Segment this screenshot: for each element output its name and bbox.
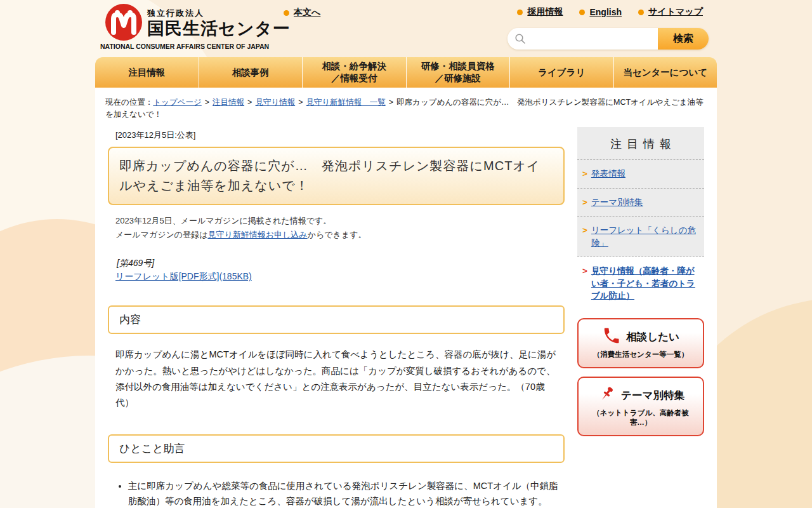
utility-link-recruit[interactable]: 採用情報 (517, 6, 563, 18)
breadcrumb-separator: > (389, 98, 393, 107)
nav-item-training[interactable]: 研修・相談員資格 ／研修施設 (407, 57, 511, 88)
logo-text: 独立行政法人 国民生活センター (147, 4, 291, 39)
phone-icon (602, 326, 621, 348)
bullet-icon (517, 10, 523, 15)
advice-list: 主に即席カップめんや総菜等の食品に使用されている発泡ポリスチレン製容器に、MCT… (108, 478, 565, 508)
global-nav: 注目情報 相談事例 相談・紛争解決 ／情報受付 研修・相談員資格 ／研修施設 ラ… (95, 57, 717, 88)
breadcrumb-prefix: 現在の位置： (105, 98, 153, 107)
sidebar-item-mimamori-current[interactable]: > 見守り情報（高齢者・障がい者・子ども・若者のトラブル防止） (577, 257, 704, 310)
org-name-english: NATIONAL CONSUMER AFFAIRS CENTER OF JAPA… (100, 43, 269, 50)
article-meta: 2023年12月5日、メールマガジンに掲載された情報です。 メールマガジンの登録… (115, 214, 565, 242)
sidebar-featured-box: 注目情報 > 発表情報 > テーマ別特集 > リーフレット「くらしの危険」 > … (577, 127, 704, 310)
sidebar-title: 注目情報 (577, 127, 704, 159)
chevron-right-icon: > (582, 265, 587, 302)
search-input[interactable] (508, 28, 658, 50)
banner-consultation[interactable]: 相談したい （消費生活センター等一覧） (577, 318, 704, 368)
search-input-wrap (508, 28, 658, 50)
breadcrumb-link-mimamori[interactable]: 見守り情報 (255, 98, 295, 107)
bullet-icon (638, 10, 644, 15)
breadcrumb-separator: > (247, 98, 252, 107)
breadcrumb-separator: > (205, 98, 209, 107)
page: 独立行政法人 国民生活センター NATIONAL CONSUMER AFFAIR… (0, 0, 812, 508)
banner-theme-features[interactable]: テーマ別特集 （ネットトラブル、高齢者被害…） (577, 377, 704, 436)
org-type: 独立行政法人 (147, 8, 291, 19)
chevron-right-icon: > (582, 196, 587, 209)
section-content-body: 即席カップめんに湯とMCTオイルをほぼ同時に入れて食べようとしたところ、容器の底… (115, 347, 557, 411)
banner-title: テーマ別特集 (621, 389, 684, 403)
issue-number: [第469号] (117, 258, 565, 269)
search-bar: 検索 (508, 28, 709, 50)
sidebar-item-label[interactable]: リーフレット「くらしの危険」 (591, 224, 699, 249)
site-header: 独立行政法人 国民生活センター NATIONAL CONSUMER AFFAIR… (0, 0, 812, 57)
skip-link[interactable]: 本文へ (294, 7, 320, 18)
sidebar-item-label[interactable]: 見守り情報（高齢者・障がい者・子ども・若者のトラブル防止） (591, 265, 699, 302)
utility-nav: 採用情報 English サイトマップ (517, 6, 703, 18)
utility-link-label[interactable]: サイトマップ (648, 6, 703, 18)
banner-subtitle: （消費生活センター等一覧） (582, 350, 699, 359)
breadcrumb-link-featured[interactable]: 注目情報 (213, 98, 244, 107)
breadcrumb-link-top[interactable]: トップページ (153, 98, 201, 107)
meta-line2-prefix: メールマガジンの登録は (115, 230, 207, 239)
sidebar-item-announcements[interactable]: > 発表情報 (577, 159, 704, 188)
nav-item-featured-info[interactable]: 注目情報 (95, 57, 199, 88)
chevron-right-icon: > (582, 168, 587, 180)
meta-line2-suffix: からできます。 (308, 230, 367, 239)
publish-date: [2023年12月5日:公表] (115, 130, 565, 141)
nav-item-consultation[interactable]: 相談・紛争解決 ／情報受付 (303, 57, 407, 88)
banner-title: 相談したい (626, 330, 679, 344)
advice-item: 主に即席カップめんや総菜等の食品に使用されている発泡ポリスチレン製容器に、MCT… (128, 478, 565, 508)
utility-link-label[interactable]: English (589, 7, 622, 17)
site-logo[interactable]: 独立行政法人 国民生活センター (105, 4, 291, 41)
breadcrumb-link-list[interactable]: 見守り新鮮情報 一覧 (306, 98, 386, 107)
bullet-icon (579, 10, 585, 15)
pdf-link-row: リーフレット版[PDF形式](185KB) (115, 271, 565, 283)
bullet-icon (284, 10, 289, 16)
utility-link-english[interactable]: English (579, 6, 622, 18)
nav-item-case-examples[interactable]: 相談事例 (199, 57, 303, 88)
sidebar-item-label[interactable]: テーマ別特集 (591, 196, 643, 209)
nav-item-about[interactable]: 当センターについて (614, 57, 717, 88)
meta-line1: 2023年12月5日、メールマガジンに掲載された情報です。 (115, 214, 565, 228)
pushpin-icon (597, 385, 616, 406)
nav-item-library[interactable]: ライブラリ (510, 57, 614, 88)
search-button[interactable]: 検索 (658, 28, 709, 50)
utility-link-label[interactable]: 採用情報 (527, 6, 563, 18)
breadcrumb: 現在の位置：トップページ>注目情報>見守り情報>見守り新鮮情報 一覧>即席カップ… (95, 88, 717, 121)
org-name: 国民生活センター (147, 19, 291, 39)
meta-line2: メールマガジンの登録は見守り新鮮情報お申し込みからできます。 (115, 228, 565, 242)
sidebar-item-theme-features[interactable]: > テーマ別特集 (577, 188, 704, 217)
sidebar-item-leaflet[interactable]: > リーフレット「くらしの危険」 (577, 216, 704, 257)
breadcrumb-separator: > (298, 98, 303, 107)
main-column: [2023年12月5日:公表] 即席カップめんの容器に穴が… 発泡ポリスチレン製… (108, 124, 565, 508)
utility-link-sitemap[interactable]: サイトマップ (638, 6, 703, 18)
search-icon (514, 33, 526, 44)
sidebar: 注目情報 > 発表情報 > テーマ別特集 > リーフレット「くらしの危険」 > … (577, 127, 704, 436)
section-heading-content: 内容 (108, 305, 565, 334)
sidebar-item-label[interactable]: 発表情報 (591, 168, 625, 180)
page-title: 即席カップめんの容器に穴が… 発泡ポリスチレン製容器にMCTオイルやえごま油等を… (108, 147, 565, 205)
ncac-logo-icon (105, 4, 142, 41)
section-heading-advice: ひとこと助言 (108, 434, 565, 463)
skip-to-content[interactable]: 本文へ (284, 7, 320, 18)
chevron-right-icon: > (582, 224, 587, 249)
newsletter-signup-link[interactable]: 見守り新鮮情報お申し込み (207, 230, 307, 239)
leaflet-pdf-link[interactable]: リーフレット版[PDF形式](185KB) (115, 271, 252, 281)
banner-subtitle: （ネットトラブル、高齢者被害…） (582, 408, 699, 427)
content-area: 現在の位置：トップページ>注目情報>見守り情報>見守り新鮮情報 一覧>即席カップ… (95, 88, 717, 508)
